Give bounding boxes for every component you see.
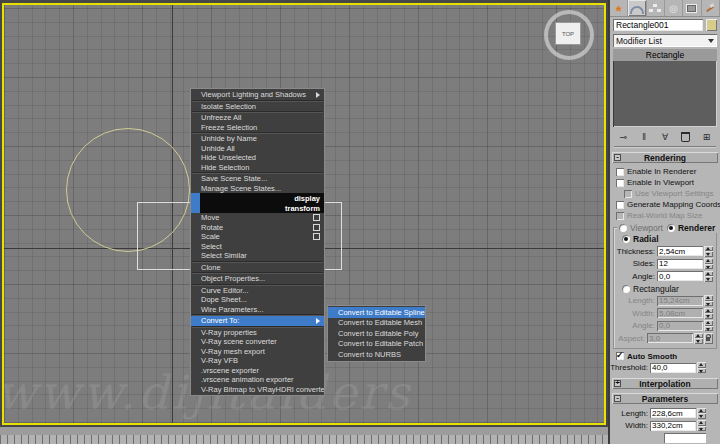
menu-item-select-similar[interactable]: Select Similar — [191, 251, 324, 261]
generate-mapping-checkbox[interactable] — [616, 201, 624, 209]
menu-item-hide-selection[interactable]: Hide Selection — [191, 163, 324, 173]
menu-item-dope-sheet[interactable]: Dope Sheet... — [191, 295, 324, 305]
render-angle-spinner — [704, 320, 713, 331]
motion-icon: ◎ — [669, 3, 678, 14]
rectangular-radio-row[interactable]: Rectangular — [614, 283, 716, 295]
track-bar[interactable] — [0, 427, 608, 444]
tab-motion[interactable]: ◎ — [665, 0, 683, 16]
viewport-radio-group[interactable]: Viewport — [617, 223, 665, 233]
menu-item-vray-bitmap-converter[interactable]: V-Ray Bitmap to VRayHDRI converter — [191, 385, 324, 395]
parameters-rollout-header[interactable]: Parameters — [612, 393, 718, 404]
menu-item-vray-scene-converter[interactable]: V-Ray scene converter — [191, 337, 324, 347]
tab-hierarchy[interactable] — [647, 0, 665, 16]
menu-item-freeze-selection[interactable]: Freeze Selection — [191, 123, 324, 133]
menu-item-curve-editor[interactable]: Curve Editor... — [191, 286, 324, 296]
render-length-row: Length: — [614, 295, 716, 308]
tab-display[interactable] — [683, 0, 701, 16]
render-length-input — [657, 296, 703, 306]
object-color-swatch[interactable] — [706, 19, 717, 31]
tab-create[interactable]: * — [610, 0, 628, 16]
menu-item-select[interactable]: Select — [191, 242, 324, 252]
viewcube[interactable]: TOP — [537, 8, 597, 62]
menu-item-wire-parameters[interactable]: Wire Parameters... — [191, 305, 324, 315]
modifier-list-dropdown[interactable]: Modifier List — [613, 34, 717, 47]
menu-item-convert-editable-mesh[interactable]: Convert to Editable Mesh — [328, 318, 425, 329]
object-name-input[interactable] — [613, 19, 703, 31]
tab-modify[interactable] — [628, 0, 646, 16]
radial-radio[interactable] — [622, 235, 630, 243]
quad-header-handle[interactable] — [191, 203, 200, 213]
menu-item-object-properties[interactable]: Object Properties... — [191, 274, 324, 284]
renderer-radio-group[interactable]: Renderer — [665, 223, 717, 233]
quad-header-handle[interactable] — [191, 193, 200, 203]
interpolation-rollout-header[interactable]: Interpolation — [612, 378, 718, 389]
menu-item-unfreeze-all[interactable]: Unfreeze All — [191, 113, 324, 123]
auto-smooth-row[interactable]: Auto Smooth — [610, 351, 720, 362]
viewport-radio[interactable] — [619, 224, 627, 232]
real-world-map-size-row: Real-World Map Size — [610, 210, 720, 221]
rendering-rollout-header[interactable]: Rendering — [612, 152, 718, 163]
settings-box-icon[interactable] — [313, 224, 320, 231]
menu-item-manage-scene-states[interactable]: Manage Scene States... — [191, 184, 324, 194]
aspect-row: Aspect: — [614, 332, 716, 345]
menu-item-isolate-selection[interactable]: Isolate Selection — [191, 102, 324, 112]
menu-item-unhide-all[interactable]: Unhide All — [191, 144, 324, 154]
menu-item-vray-mesh-export[interactable]: V-Ray mesh export — [191, 347, 324, 357]
width-spinner[interactable] — [697, 420, 706, 431]
configure-modifier-sets-button[interactable]: ⊞ — [697, 131, 716, 143]
sides-input[interactable] — [657, 259, 703, 269]
sides-spinner[interactable] — [704, 258, 713, 269]
viewcube-top-face[interactable]: TOP — [555, 22, 581, 45]
renderer-radio[interactable] — [667, 224, 675, 232]
menu-item-vrscene-exporter[interactable]: .vrscene exporter — [191, 366, 324, 376]
expand-icon — [614, 380, 621, 387]
threshold-spinner[interactable] — [697, 362, 706, 373]
menu-item-save-scene-state[interactable]: Save Scene State... — [191, 174, 324, 184]
menu-item-vray-vfb[interactable]: V-Ray VFB — [191, 356, 324, 366]
settings-box-icon[interactable] — [313, 233, 320, 240]
menu-item-viewport-lighting-and-shadows[interactable]: Viewport Lighting and Shadows — [191, 90, 324, 100]
modifier-stack[interactable]: Rectangle — [613, 49, 717, 127]
length-input[interactable] — [650, 408, 696, 418]
width-input[interactable] — [650, 421, 696, 431]
menu-item-clone[interactable]: Clone — [191, 263, 324, 273]
angle-spinner[interactable] — [704, 271, 713, 282]
render-width-spinner — [704, 308, 713, 319]
make-unique-button[interactable]: ∀ — [656, 131, 675, 143]
menu-item-convert-editable-spline[interactable]: Convert to Editable Spline — [328, 307, 425, 318]
menu-item-convert-editable-patch[interactable]: Convert to Editable Patch — [328, 339, 425, 350]
quad-header-transform: transform — [191, 203, 324, 213]
menu-item-scale[interactable]: Scale — [191, 232, 324, 242]
menu-item-rotate[interactable]: Rotate — [191, 223, 324, 233]
menu-item-convert-nurbs[interactable]: Convert to NURBS — [328, 349, 425, 360]
menu-item-vrscene-animation-exporter[interactable]: .vrscene animation exporter — [191, 375, 324, 385]
angle-input[interactable] — [657, 271, 703, 281]
menu-item-vray-properties[interactable]: V-Ray properties — [191, 328, 324, 338]
length-spinner[interactable] — [697, 408, 706, 419]
timeline-ruler[interactable] — [0, 435, 608, 444]
enable-in-viewport-row[interactable]: Enable In Viewport — [610, 177, 720, 188]
enable-in-renderer-row[interactable]: Enable In Renderer — [610, 166, 720, 177]
remove-modifier-button[interactable] — [676, 131, 695, 143]
thickness-spinner[interactable] — [704, 246, 713, 257]
enable-in-viewport-checkbox[interactable] — [616, 179, 624, 187]
menu-item-unhide-by-name[interactable]: Unhide by Name — [191, 134, 324, 144]
thickness-input[interactable] — [657, 246, 703, 256]
rectangular-radio[interactable] — [622, 285, 630, 293]
menu-item-convert-to[interactable]: Convert To: — [191, 316, 324, 326]
threshold-input[interactable] — [650, 363, 696, 373]
menu-item-convert-editable-poly[interactable]: Convert to Editable Poly — [328, 328, 425, 339]
pin-stack-button[interactable]: ⊸ — [614, 131, 633, 143]
stack-item-rectangle[interactable]: Rectangle — [613, 49, 717, 61]
use-viewport-settings-checkbox — [624, 190, 632, 198]
radial-radio-row[interactable]: Radial — [614, 233, 716, 245]
settings-box-icon[interactable] — [313, 214, 320, 221]
show-end-result-button[interactable]: ‖ — [635, 131, 654, 143]
menu-item-move[interactable]: Move — [191, 213, 324, 223]
auto-smooth-checkbox[interactable] — [616, 352, 624, 360]
tab-utilities[interactable] — [702, 0, 720, 16]
enable-in-renderer-checkbox[interactable] — [616, 168, 624, 176]
generate-mapping-row[interactable]: Generate Mapping Coords. — [610, 199, 720, 210]
menu-item-hide-unselected[interactable]: Hide Unselected — [191, 153, 324, 163]
aspect-lock-button[interactable] — [704, 333, 713, 344]
